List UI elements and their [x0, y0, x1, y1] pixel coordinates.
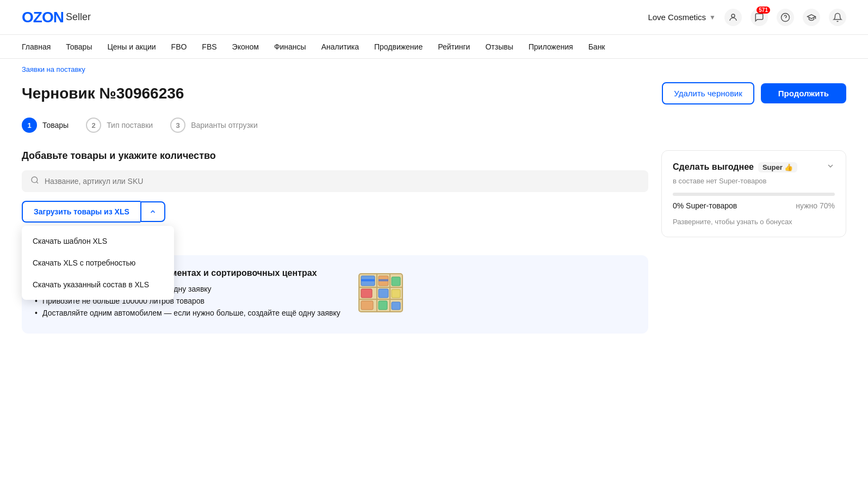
svg-rect-12 [392, 277, 400, 286]
step-1-label: Товары [42, 121, 69, 130]
page-title: Черновик №30966236 [22, 85, 184, 102]
store-selector[interactable]: Love Cosmetics ▼ [648, 13, 716, 22]
info-card-item-3: Доставляйте одним автомобилем — если нуж… [35, 309, 340, 317]
nav-item-home[interactable]: Главная [22, 35, 51, 59]
education-icon-button[interactable] [803, 9, 820, 26]
progress-bar [673, 193, 835, 196]
header-right: Love Cosmetics ▼ 571 [648, 9, 846, 26]
search-input[interactable] [45, 177, 640, 186]
step-2: 2 Тип поставки [86, 118, 153, 133]
super-badge: Super 👍 [758, 162, 797, 172]
help-icon-button[interactable] [777, 9, 794, 26]
step-3-circle: 3 [170, 118, 185, 133]
nav-item-prices[interactable]: Цены и акции [107, 35, 156, 59]
super-subtitle: в составе нет Super-товаров [673, 177, 835, 185]
nav-item-bank[interactable]: Банк [588, 35, 605, 59]
nav-item-analytics[interactable]: Аналитика [321, 35, 359, 59]
header: OZON Seller Love Cosmetics ▼ 571 [0, 0, 868, 35]
upload-xls-button[interactable]: Загрузить товары из XLS [22, 201, 140, 223]
super-panel-header: Сделать выгоднее Super 👍 [673, 162, 835, 172]
continue-button[interactable]: Продолжить [761, 83, 846, 103]
super-stats-need: нужно 70% [796, 201, 835, 210]
nav-item-fbs[interactable]: FBS [202, 35, 216, 59]
messages-icon-button[interactable]: 571 [751, 9, 768, 26]
svg-point-3 [32, 177, 38, 183]
search-bar [22, 170, 648, 192]
nav-item-ratings[interactable]: Рейтинги [438, 35, 470, 59]
svg-rect-18 [392, 302, 400, 310]
upload-xls-arrow-button[interactable] [140, 201, 165, 222]
nav-item-econom[interactable]: Эконом [232, 35, 259, 59]
breadcrumb[interactable]: Заявки на поставку [0, 59, 868, 73]
step-2-label: Тип поставки [107, 121, 153, 130]
page-content: Черновик №30966236 Удалить черновик Прод… [0, 73, 868, 355]
svg-rect-16 [361, 301, 373, 310]
dropdown-item-current[interactable]: Скачать указанный состав в XLS [22, 274, 174, 295]
super-hint: Разверните, чтобы узнать о бонусах [673, 218, 835, 226]
step-3-label: Варианты отгрузки [191, 121, 258, 130]
svg-line-4 [36, 182, 38, 183]
profile-icon-button[interactable] [724, 9, 742, 26]
page-header: Черновик №30966236 Удалить черновик Прод… [22, 82, 846, 104]
upload-row: Загрузить товары из XLS Скачать шаблон X… [22, 201, 648, 223]
dropdown-item-template[interactable]: Скачать шаблон XLS [22, 230, 174, 252]
logo-seller: Seller [66, 11, 91, 23]
svg-rect-19 [361, 279, 375, 281]
messages-badge: 571 [757, 7, 770, 14]
super-stats-label: 0% Super-товаров [673, 201, 737, 210]
super-panel-title: Сделать выгоднее Super 👍 [673, 162, 797, 172]
svg-rect-17 [379, 301, 387, 310]
section-title: Добавьте товары и укажите количество [22, 150, 648, 162]
main-left: Добавьте товары и укажите количество Заг… [22, 150, 648, 334]
super-expand-icon[interactable] [826, 162, 835, 172]
main-right: Сделать выгоднее Super 👍 в составе нет S… [661, 150, 846, 237]
page-header-actions: Удалить черновик Продолжить [662, 82, 846, 104]
warehouse-illustration [354, 268, 408, 319]
search-icon [30, 176, 39, 187]
main-layout: Добавьте товары и укажите количество Заг… [22, 150, 846, 334]
nav-item-apps[interactable]: Приложения [529, 35, 573, 59]
delete-draft-button[interactable]: Удалить черновик [662, 82, 754, 104]
svg-rect-20 [379, 279, 388, 281]
dropdown-item-needs[interactable]: Скачать XLS с потребностью [22, 252, 174, 274]
super-panel: Сделать выгоднее Super 👍 в составе нет S… [661, 150, 846, 237]
step-1-circle: 1 [22, 118, 37, 133]
logo-ozon: OZON [22, 9, 64, 26]
nav-item-finance[interactable]: Финансы [274, 35, 306, 59]
svg-rect-14 [379, 289, 388, 298]
svg-rect-13 [361, 289, 372, 298]
nav-item-fbo[interactable]: FBO [171, 35, 187, 59]
logo: OZON Seller [22, 9, 91, 26]
nav-item-promotion[interactable]: Продвижение [374, 35, 423, 59]
store-name: Love Cosmetics [648, 13, 706, 22]
steps: 1 Товары 2 Тип поставки 3 Варианты отгру… [22, 118, 846, 133]
chevron-down-icon: ▼ [709, 14, 716, 21]
notifications-icon-button[interactable] [829, 9, 846, 26]
step-1: 1 Товары [22, 118, 69, 133]
svg-point-0 [731, 14, 735, 17]
step-2-circle: 2 [86, 118, 101, 133]
super-stats: 0% Super-товаров нужно 70% [673, 201, 835, 210]
nav-item-reviews[interactable]: Отзывы [485, 35, 513, 59]
step-3: 3 Варианты отгрузки [170, 118, 258, 133]
upload-dropdown: Скачать шаблон XLS Скачать XLS с потребн… [22, 226, 174, 300]
main-nav: Главная Товары Цены и акции FBO FBS Экон… [0, 35, 868, 59]
svg-rect-15 [392, 289, 400, 298]
nav-item-products[interactable]: Товары [66, 35, 92, 59]
